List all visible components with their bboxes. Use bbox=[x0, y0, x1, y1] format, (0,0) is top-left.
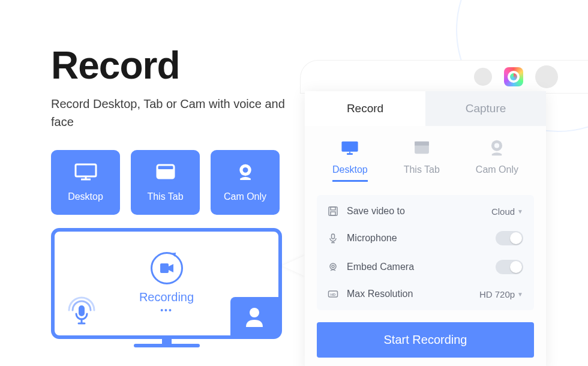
svg-point-12 bbox=[250, 308, 259, 317]
tab-capture[interactable]: Capture bbox=[425, 91, 546, 126]
avatar-placeholder-icon bbox=[535, 65, 558, 88]
hero-mode-cards: Desktop This Tab Cam Only bbox=[51, 150, 303, 215]
setting-label: Max Resolution bbox=[347, 289, 471, 299]
recording-icon bbox=[151, 252, 183, 284]
hero-mode-label: Cam Only bbox=[224, 191, 266, 202]
svg-point-26 bbox=[330, 263, 336, 269]
chevron-down-icon: ▼ bbox=[517, 291, 523, 298]
page-title: Record bbox=[51, 43, 303, 88]
callout-pointer bbox=[282, 255, 306, 277]
svg-point-19 bbox=[494, 143, 499, 148]
source-label: Cam Only bbox=[476, 164, 518, 175]
setting-label: Embed Camera bbox=[347, 262, 487, 272]
svg-rect-20 bbox=[329, 207, 337, 215]
svg-rect-17 bbox=[415, 142, 429, 146]
source-label: Desktop bbox=[332, 164, 368, 175]
source-row: Desktop This Tab Cam Only bbox=[305, 126, 546, 187]
tab-record[interactable]: Record bbox=[305, 91, 425, 126]
hero-mode-desktop[interactable]: Desktop bbox=[51, 150, 120, 215]
svg-rect-23 bbox=[332, 234, 335, 239]
setting-microphone: Microphone bbox=[328, 224, 523, 253]
resolution-dropdown[interactable]: HD 720p▼ bbox=[479, 289, 523, 299]
extension-icon[interactable] bbox=[504, 67, 523, 86]
microphone-icon bbox=[328, 233, 338, 244]
svg-rect-22 bbox=[331, 212, 335, 215]
setting-max-resolution: HD Max Resolution HD 720p▼ bbox=[328, 281, 523, 307]
setting-save-to: Save video to Cloud▼ bbox=[328, 199, 523, 224]
svg-point-27 bbox=[332, 265, 334, 268]
hero-mode-label: Desktop bbox=[68, 191, 103, 202]
browser-toolbar bbox=[300, 60, 588, 94]
svg-point-7 bbox=[242, 167, 248, 173]
monitor-icon bbox=[74, 163, 98, 183]
monitor-icon bbox=[340, 139, 360, 158]
hero-mode-label: This Tab bbox=[147, 191, 183, 202]
microphone-wave-icon bbox=[65, 290, 98, 328]
source-label: This Tab bbox=[404, 164, 440, 175]
hero-mode-this-tab[interactable]: This Tab bbox=[131, 150, 200, 215]
embed-camera-toggle[interactable] bbox=[496, 260, 523, 274]
source-this-tab[interactable]: This Tab bbox=[404, 139, 440, 182]
tab-icon bbox=[154, 163, 178, 183]
start-recording-button[interactable]: Start Recording bbox=[317, 322, 534, 358]
camera-overlay-icon bbox=[230, 297, 278, 335]
microphone-toggle[interactable] bbox=[496, 231, 523, 245]
svg-rect-0 bbox=[76, 164, 96, 176]
svg-rect-8 bbox=[160, 263, 169, 273]
svg-rect-15 bbox=[349, 152, 350, 154]
setting-label: Save video to bbox=[347, 206, 483, 217]
chevron-down-icon: ▼ bbox=[517, 208, 523, 215]
svg-rect-9 bbox=[79, 305, 85, 316]
save-to-dropdown[interactable]: Cloud▼ bbox=[491, 206, 523, 217]
svg-rect-21 bbox=[331, 207, 335, 210]
toolbar-placeholder-icon bbox=[474, 68, 492, 86]
preview-illustration: Recording ••• bbox=[51, 228, 282, 347]
camera-icon bbox=[328, 262, 338, 272]
save-icon bbox=[328, 206, 338, 217]
hero-section: Record Record Desktop, Tab or Cam with v… bbox=[51, 43, 303, 347]
webcam-icon bbox=[487, 139, 507, 158]
tab-icon bbox=[412, 139, 432, 158]
popup-tabs: Record Capture bbox=[305, 91, 546, 126]
hd-icon: HD bbox=[328, 289, 338, 299]
settings-list: Save video to Cloud▼ Microphone Embed Ca… bbox=[317, 195, 534, 310]
source-cam-only[interactable]: Cam Only bbox=[476, 139, 518, 182]
hero-mode-cam-only[interactable]: Cam Only bbox=[211, 150, 280, 215]
source-desktop[interactable]: Desktop bbox=[332, 139, 368, 182]
svg-rect-13 bbox=[342, 142, 358, 152]
recording-status-label: Recording bbox=[139, 290, 194, 304]
recording-dots: ••• bbox=[160, 305, 173, 315]
setting-label: Microphone bbox=[347, 233, 487, 244]
page-subtitle: Record Desktop, Tab or Cam with voice an… bbox=[51, 95, 303, 131]
webcam-icon bbox=[233, 163, 257, 183]
extension-popup: Record Capture Desktop This Tab Cam Only bbox=[305, 91, 546, 366]
svg-text:HD: HD bbox=[331, 293, 336, 296]
setting-embed-camera: Embed Camera bbox=[328, 253, 523, 281]
